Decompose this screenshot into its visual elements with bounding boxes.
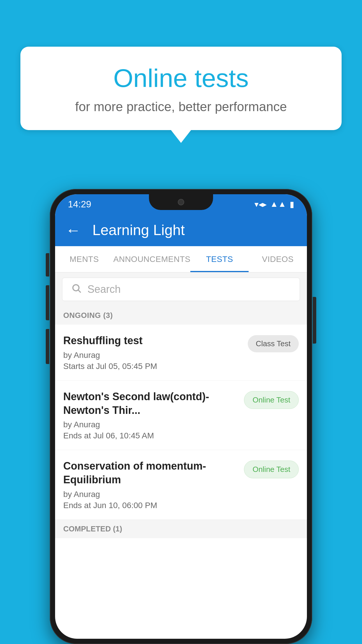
- test-author-2: by Anurag: [63, 420, 238, 429]
- test-badge-2: Online Test: [244, 391, 299, 409]
- tab-ments[interactable]: MENTS: [55, 246, 113, 272]
- test-author-3: by Anurag: [63, 490, 238, 499]
- test-info-1: Reshuffling test by Anurag Starts at Jul…: [63, 334, 242, 371]
- phone-screen: 14:29 ▾◂▸ ▲▲ ▮ ← Learning Light MENTS AN…: [55, 194, 307, 639]
- status-time: 14:29: [68, 199, 91, 210]
- wifi-icon: ▾◂▸: [254, 200, 267, 209]
- test-date-2: Ends at Jul 06, 10:45 AM: [63, 431, 238, 440]
- tab-videos[interactable]: VIDEOS: [249, 246, 307, 272]
- test-date-3: Ends at Jun 10, 06:00 PM: [63, 501, 238, 510]
- svg-point-0: [73, 285, 79, 291]
- completed-label: COMPLETED (1): [63, 524, 122, 533]
- search-icon: [71, 283, 82, 296]
- side-button-vol-up: [46, 285, 49, 320]
- phone-outer: 14:29 ▾◂▸ ▲▲ ▮ ← Learning Light MENTS AN…: [50, 189, 312, 644]
- speech-bubble-container: Online tests for more practice, better p…: [20, 47, 342, 130]
- test-title-2: Newton's Second law(contd)-Newton's Thir…: [63, 390, 238, 417]
- test-title-3: Conservation of momentum-Equilibrium: [63, 459, 238, 487]
- test-badge-3: Online Test: [244, 461, 299, 478]
- test-item-2[interactable]: Newton's Second law(contd)-Newton's Thir…: [55, 381, 307, 450]
- tab-tests[interactable]: TESTS: [190, 246, 249, 272]
- app-title: Learning Light: [92, 222, 185, 239]
- back-button[interactable]: ←: [66, 223, 81, 238]
- tabs-bar: MENTS ANNOUNCEMENTS TESTS VIDEOS: [55, 246, 307, 272]
- tab-announcements[interactable]: ANNOUNCEMENTS: [113, 246, 191, 272]
- search-placeholder: Search: [87, 283, 121, 295]
- search-container: Search: [55, 272, 307, 306]
- test-info-3: Conservation of momentum-Equilibrium by …: [63, 459, 238, 510]
- svg-line-1: [78, 290, 81, 292]
- side-button-vol-down: [46, 329, 49, 364]
- signal-icon: ▲▲: [270, 200, 286, 209]
- ongoing-section-header: ONGOING (3): [55, 306, 307, 325]
- test-badge-1: Class Test: [248, 335, 299, 352]
- tests-list: Reshuffling test by Anurag Starts at Jul…: [55, 325, 307, 520]
- ongoing-label: ONGOING (3): [63, 311, 113, 320]
- test-title-1: Reshuffling test: [63, 334, 242, 348]
- side-button-right: [313, 297, 316, 344]
- status-icons: ▾◂▸ ▲▲ ▮: [254, 200, 294, 209]
- test-info-2: Newton's Second law(contd)-Newton's Thir…: [63, 390, 238, 441]
- camera-dot: [178, 199, 184, 205]
- side-button-power: [46, 253, 49, 276]
- test-item-1[interactable]: Reshuffling test by Anurag Starts at Jul…: [55, 325, 307, 381]
- bubble-subtitle: for more practice, better performance: [44, 99, 318, 114]
- phone-notch: [149, 194, 213, 210]
- phone-mockup: 14:29 ▾◂▸ ▲▲ ▮ ← Learning Light MENTS AN…: [50, 189, 312, 644]
- test-item-3[interactable]: Conservation of momentum-Equilibrium by …: [55, 450, 307, 520]
- app-header: ← Learning Light: [55, 214, 307, 246]
- battery-icon: ▮: [290, 200, 294, 209]
- test-author-1: by Anurag: [63, 351, 242, 360]
- speech-bubble: Online tests for more practice, better p…: [20, 47, 342, 130]
- test-date-1: Starts at Jul 05, 05:45 PM: [63, 362, 242, 371]
- completed-section-header: COMPLETED (1): [55, 520, 307, 538]
- search-box[interactable]: Search: [62, 278, 300, 301]
- bubble-title: Online tests: [44, 64, 318, 92]
